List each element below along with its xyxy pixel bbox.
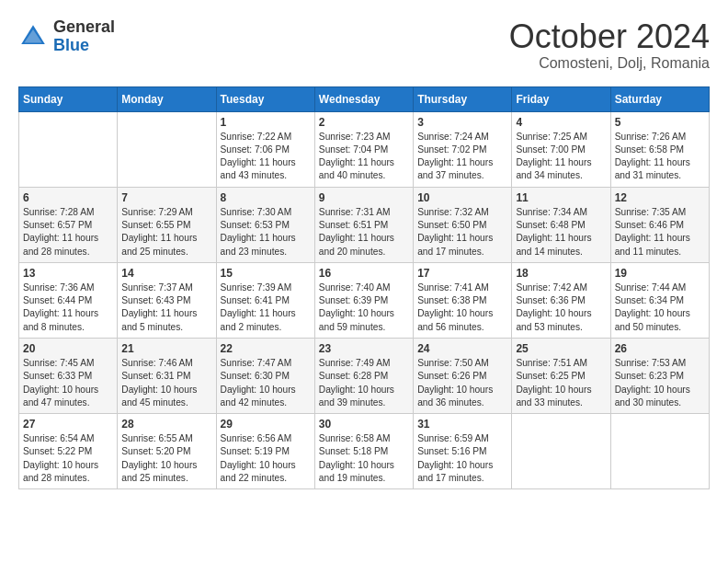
calendar-cell: 9Sunrise: 7:31 AM Sunset: 6:51 PM Daylig… — [314, 187, 413, 262]
day-content: Sunrise: 6:56 AM Sunset: 5:19 PM Dayligh… — [221, 432, 311, 485]
calendar-cell: 24Sunrise: 7:50 AM Sunset: 6:26 PM Dayli… — [414, 338, 512, 413]
calendar-cell: 20Sunrise: 7:45 AM Sunset: 6:33 PM Dayli… — [19, 338, 118, 413]
header-day-sunday: Sunday — [19, 86, 118, 111]
day-number: 16 — [319, 267, 409, 280]
calendar-cell: 14Sunrise: 7:37 AM Sunset: 6:43 PM Dayli… — [118, 262, 216, 338]
day-number: 23 — [319, 342, 409, 355]
calendar-cell: 26Sunrise: 7:53 AM Sunset: 6:23 PM Dayli… — [610, 338, 709, 413]
calendar-cell: 16Sunrise: 7:40 AM Sunset: 6:39 PM Dayli… — [314, 262, 413, 338]
day-number: 27 — [23, 418, 113, 431]
calendar-cell: 1Sunrise: 7:22 AM Sunset: 7:06 PM Daylig… — [216, 111, 314, 187]
header-row: SundayMondayTuesdayWednesdayThursdayFrid… — [19, 86, 710, 111]
day-number: 18 — [516, 267, 606, 280]
calendar-cell: 30Sunrise: 6:58 AM Sunset: 5:18 PM Dayli… — [314, 414, 413, 489]
calendar-cell: 21Sunrise: 7:46 AM Sunset: 6:31 PM Dayli… — [118, 338, 216, 413]
calendar-week-3: 13Sunrise: 7:36 AM Sunset: 6:44 PM Dayli… — [19, 262, 710, 338]
day-content: Sunrise: 7:32 AM Sunset: 6:50 PM Dayligh… — [417, 206, 507, 259]
calendar-cell: 29Sunrise: 6:56 AM Sunset: 5:19 PM Dayli… — [216, 414, 314, 489]
calendar-cell: 5Sunrise: 7:26 AM Sunset: 6:58 PM Daylig… — [610, 111, 709, 187]
day-number: 28 — [121, 418, 211, 431]
calendar-cell: 19Sunrise: 7:44 AM Sunset: 6:34 PM Dayli… — [610, 262, 709, 338]
day-content: Sunrise: 7:37 AM Sunset: 6:43 PM Dayligh… — [121, 282, 211, 334]
day-number: 7 — [121, 191, 211, 204]
day-number: 19 — [615, 267, 705, 280]
day-number: 12 — [615, 191, 705, 204]
day-content: Sunrise: 7:41 AM Sunset: 6:38 PM Dayligh… — [417, 282, 507, 334]
calendar-cell: 28Sunrise: 6:55 AM Sunset: 5:20 PM Dayli… — [118, 414, 216, 489]
logo-icon — [18, 22, 48, 52]
calendar-cell: 31Sunrise: 6:59 AM Sunset: 5:16 PM Dayli… — [414, 414, 512, 489]
calendar-body: 1Sunrise: 7:22 AM Sunset: 7:06 PM Daylig… — [19, 111, 710, 489]
day-number: 30 — [319, 418, 409, 431]
day-number: 20 — [23, 342, 113, 355]
calendar-cell: 8Sunrise: 7:30 AM Sunset: 6:53 PM Daylig… — [216, 187, 314, 262]
calendar-title: October 2024 — [509, 18, 710, 55]
day-content: Sunrise: 7:35 AM Sunset: 6:46 PM Dayligh… — [615, 206, 705, 259]
day-number: 22 — [221, 342, 311, 355]
day-content: Sunrise: 7:28 AM Sunset: 6:57 PM Dayligh… — [23, 206, 113, 259]
logo-blue: Blue — [53, 37, 115, 55]
day-content: Sunrise: 7:46 AM Sunset: 6:31 PM Dayligh… — [121, 357, 211, 409]
day-content: Sunrise: 7:44 AM Sunset: 6:34 PM Dayligh… — [615, 282, 705, 334]
day-number: 2 — [319, 116, 409, 129]
header-day-monday: Monday — [118, 86, 216, 111]
calendar-cell — [610, 414, 709, 489]
calendar-cell: 2Sunrise: 7:23 AM Sunset: 7:04 PM Daylig… — [314, 111, 413, 187]
day-number: 5 — [615, 116, 705, 129]
calendar-week-2: 6Sunrise: 7:28 AM Sunset: 6:57 PM Daylig… — [19, 187, 710, 262]
day-number: 9 — [319, 191, 409, 204]
day-content: Sunrise: 7:40 AM Sunset: 6:39 PM Dayligh… — [319, 282, 409, 334]
calendar-cell — [512, 414, 610, 489]
day-content: Sunrise: 7:26 AM Sunset: 6:58 PM Dayligh… — [615, 131, 705, 183]
day-content: Sunrise: 7:31 AM Sunset: 6:51 PM Dayligh… — [319, 206, 409, 259]
day-content: Sunrise: 6:58 AM Sunset: 5:18 PM Dayligh… — [319, 432, 409, 485]
day-content: Sunrise: 7:29 AM Sunset: 6:55 PM Dayligh… — [121, 206, 211, 259]
day-number: 1 — [221, 116, 311, 129]
day-number: 31 — [417, 418, 507, 431]
calendar-cell: 10Sunrise: 7:32 AM Sunset: 6:50 PM Dayli… — [414, 187, 512, 262]
calendar-week-5: 27Sunrise: 6:54 AM Sunset: 5:22 PM Dayli… — [19, 414, 710, 489]
calendar-week-1: 1Sunrise: 7:22 AM Sunset: 7:06 PM Daylig… — [19, 111, 710, 187]
calendar-cell: 27Sunrise: 6:54 AM Sunset: 5:22 PM Dayli… — [19, 414, 118, 489]
day-content: Sunrise: 7:24 AM Sunset: 7:02 PM Dayligh… — [417, 131, 507, 183]
header-day-friday: Friday — [512, 86, 610, 111]
day-content: Sunrise: 6:59 AM Sunset: 5:16 PM Dayligh… — [417, 432, 507, 485]
day-number: 29 — [221, 418, 311, 431]
day-content: Sunrise: 6:54 AM Sunset: 5:22 PM Dayligh… — [23, 432, 113, 485]
day-content: Sunrise: 7:22 AM Sunset: 7:06 PM Dayligh… — [221, 131, 311, 183]
day-content: Sunrise: 7:53 AM Sunset: 6:23 PM Dayligh… — [615, 357, 705, 409]
day-number: 3 — [417, 116, 507, 129]
day-content: Sunrise: 7:47 AM Sunset: 6:30 PM Dayligh… — [221, 357, 311, 409]
day-content: Sunrise: 7:45 AM Sunset: 6:33 PM Dayligh… — [23, 357, 113, 409]
day-number: 11 — [516, 191, 606, 204]
calendar-cell: 15Sunrise: 7:39 AM Sunset: 6:41 PM Dayli… — [216, 262, 314, 338]
day-content: Sunrise: 7:34 AM Sunset: 6:48 PM Dayligh… — [516, 206, 606, 259]
calendar-header: SundayMondayTuesdayWednesdayThursdayFrid… — [19, 86, 710, 111]
day-number: 13 — [23, 267, 113, 280]
header-day-thursday: Thursday — [414, 86, 512, 111]
header-day-wednesday: Wednesday — [314, 86, 413, 111]
calendar-cell: 23Sunrise: 7:49 AM Sunset: 6:28 PM Dayli… — [314, 338, 413, 413]
calendar-cell: 3Sunrise: 7:24 AM Sunset: 7:02 PM Daylig… — [414, 111, 512, 187]
day-number: 21 — [121, 342, 211, 355]
day-number: 25 — [516, 342, 606, 355]
day-content: Sunrise: 7:42 AM Sunset: 6:36 PM Dayligh… — [516, 282, 606, 334]
day-number: 15 — [221, 267, 311, 280]
header-day-saturday: Saturday — [610, 86, 709, 111]
calendar-location: Comosteni, Dolj, Romania — [509, 55, 710, 72]
logo-general: General — [53, 18, 115, 37]
header-day-tuesday: Tuesday — [216, 86, 314, 111]
calendar-cell: 13Sunrise: 7:36 AM Sunset: 6:44 PM Dayli… — [19, 262, 118, 338]
day-content: Sunrise: 7:23 AM Sunset: 7:04 PM Dayligh… — [319, 131, 409, 183]
calendar-cell: 7Sunrise: 7:29 AM Sunset: 6:55 PM Daylig… — [118, 187, 216, 262]
calendar-cell: 25Sunrise: 7:51 AM Sunset: 6:25 PM Dayli… — [512, 338, 610, 413]
calendar-cell: 11Sunrise: 7:34 AM Sunset: 6:48 PM Dayli… — [512, 187, 610, 262]
calendar-cell — [19, 111, 118, 187]
day-content: Sunrise: 7:51 AM Sunset: 6:25 PM Dayligh… — [516, 357, 606, 409]
day-number: 4 — [516, 116, 606, 129]
calendar-cell: 12Sunrise: 7:35 AM Sunset: 6:46 PM Dayli… — [610, 187, 709, 262]
calendar-week-4: 20Sunrise: 7:45 AM Sunset: 6:33 PM Dayli… — [19, 338, 710, 413]
day-number: 6 — [23, 191, 113, 204]
calendar-cell: 17Sunrise: 7:41 AM Sunset: 6:38 PM Dayli… — [414, 262, 512, 338]
calendar-cell — [118, 111, 216, 187]
